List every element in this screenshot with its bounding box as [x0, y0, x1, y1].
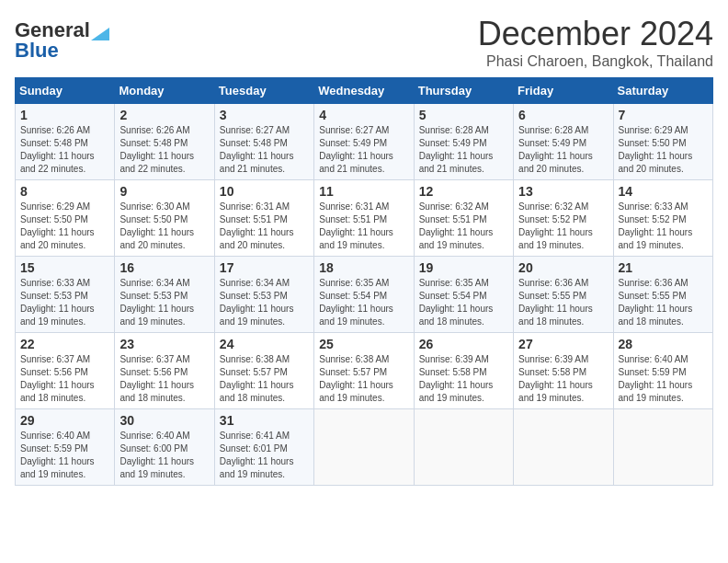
day-cell-13: 13 Sunrise: 6:32 AMSunset: 5:52 PMDaylig… [514, 180, 613, 257]
logo-arrow-icon [91, 20, 109, 40]
empty-cell [314, 409, 414, 486]
day-cell-18: 18 Sunrise: 6:35 AMSunset: 5:54 PMDaylig… [314, 257, 414, 333]
day-cell-22: 22 Sunrise: 6:37 AMSunset: 5:56 PMDaylig… [16, 333, 115, 409]
empty-cell [613, 409, 712, 486]
day-cell-26: 26 Sunrise: 6:39 AMSunset: 5:58 PMDaylig… [414, 333, 513, 409]
day-cell-17: 17 Sunrise: 6:34 AMSunset: 5:53 PMDaylig… [214, 257, 313, 333]
day-cell-29: 29 Sunrise: 6:40 AMSunset: 5:59 PMDaylig… [16, 409, 115, 486]
day-cell-31: 31 Sunrise: 6:41 AMSunset: 6:01 PMDaylig… [214, 409, 313, 486]
day-cell-10: 10 Sunrise: 6:31 AMSunset: 5:51 PMDaylig… [214, 180, 313, 257]
header-tuesday: Tuesday [214, 78, 313, 104]
day-cell-4: 4 Sunrise: 6:27 AMSunset: 5:49 PMDayligh… [314, 104, 414, 180]
day-cell-16: 16 Sunrise: 6:34 AMSunset: 5:53 PMDaylig… [115, 257, 214, 333]
day-cell-25: 25 Sunrise: 6:38 AMSunset: 5:57 PMDaylig… [314, 333, 414, 409]
table-row: 8 Sunrise: 6:29 AMSunset: 5:50 PMDayligh… [16, 180, 713, 257]
weekday-header-row: Sunday Monday Tuesday Wednesday Thursday… [16, 78, 713, 104]
empty-cell [414, 409, 513, 486]
day-cell-11: 11 Sunrise: 6:31 AMSunset: 5:51 PMDaylig… [314, 180, 414, 257]
header-sunday: Sunday [16, 78, 115, 104]
empty-cell [514, 409, 613, 486]
day-cell-23: 23 Sunrise: 6:37 AMSunset: 5:56 PMDaylig… [115, 333, 214, 409]
day-cell-21: 21 Sunrise: 6:36 AMSunset: 5:55 PMDaylig… [613, 257, 712, 333]
header-monday: Monday [115, 78, 214, 104]
day-cell-2: 2 Sunrise: 6:26 AMSunset: 5:48 PMDayligh… [115, 104, 214, 180]
title-block: December 2024 Phasi Charoen, Bangkok, Th… [478, 15, 713, 70]
table-row: 15 Sunrise: 6:33 AMSunset: 5:53 PMDaylig… [16, 257, 713, 333]
day-cell-3: 3 Sunrise: 6:27 AMSunset: 5:48 PMDayligh… [214, 104, 313, 180]
svg-marker-0 [91, 28, 109, 40]
logo: General Blue [15, 15, 109, 63]
day-cell-15: 15 Sunrise: 6:33 AMSunset: 5:53 PMDaylig… [16, 257, 115, 333]
header-wednesday: Wednesday [314, 78, 414, 104]
day-cell-12: 12 Sunrise: 6:32 AMSunset: 5:51 PMDaylig… [414, 180, 513, 257]
calendar-table: Sunday Monday Tuesday Wednesday Thursday… [15, 77, 713, 486]
day-cell-8: 8 Sunrise: 6:29 AMSunset: 5:50 PMDayligh… [16, 180, 115, 257]
day-cell-9: 9 Sunrise: 6:30 AMSunset: 5:50 PMDayligh… [115, 180, 214, 257]
day-cell-5: 5 Sunrise: 6:28 AMSunset: 5:49 PMDayligh… [414, 104, 513, 180]
day-cell-1: 1 Sunrise: 6:26 AMSunset: 5:48 PMDayligh… [16, 104, 115, 180]
day-cell-14: 14 Sunrise: 6:33 AMSunset: 5:52 PMDaylig… [613, 180, 712, 257]
day-cell-19: 19 Sunrise: 6:35 AMSunset: 5:54 PMDaylig… [414, 257, 513, 333]
table-row: 29 Sunrise: 6:40 AMSunset: 5:59 PMDaylig… [16, 409, 713, 486]
month-title: December 2024 [478, 15, 713, 53]
day-cell-28: 28 Sunrise: 6:40 AMSunset: 5:59 PMDaylig… [613, 333, 712, 409]
table-row: 1 Sunrise: 6:26 AMSunset: 5:48 PMDayligh… [16, 104, 713, 180]
day-cell-30: 30 Sunrise: 6:40 AMSunset: 6:00 PMDaylig… [115, 409, 214, 486]
day-cell-24: 24 Sunrise: 6:38 AMSunset: 5:57 PMDaylig… [214, 333, 313, 409]
page-header: General Blue December 2024 Phasi Charoen… [15, 15, 713, 70]
header-thursday: Thursday [414, 78, 513, 104]
day-cell-6: 6 Sunrise: 6:28 AMSunset: 5:49 PMDayligh… [514, 104, 613, 180]
logo-blue-text: Blue [15, 39, 59, 63]
day-cell-7: 7 Sunrise: 6:29 AMSunset: 5:50 PMDayligh… [613, 104, 712, 180]
header-saturday: Saturday [613, 78, 712, 104]
header-friday: Friday [514, 78, 613, 104]
location-title: Phasi Charoen, Bangkok, Thailand [478, 53, 713, 70]
day-cell-20: 20 Sunrise: 6:36 AMSunset: 5:55 PMDaylig… [514, 257, 613, 333]
day-cell-27: 27 Sunrise: 6:39 AMSunset: 5:58 PMDaylig… [514, 333, 613, 409]
table-row: 22 Sunrise: 6:37 AMSunset: 5:56 PMDaylig… [16, 333, 713, 409]
